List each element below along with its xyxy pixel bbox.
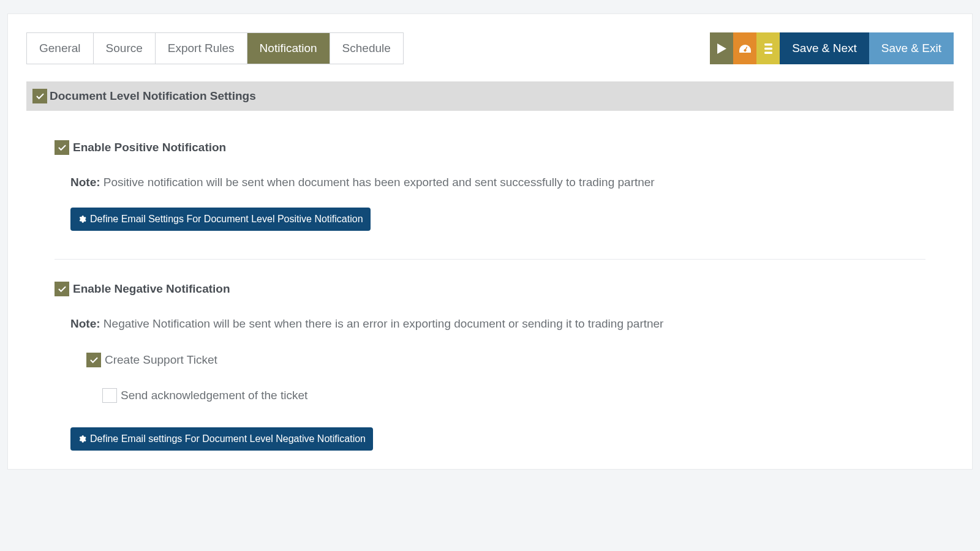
create-ticket-label: Create Support Ticket xyxy=(105,353,217,367)
send-ack-checkbox[interactable] xyxy=(102,388,117,403)
create-ticket-row: Create Support Ticket xyxy=(86,353,925,367)
note-prefix: Note: xyxy=(70,176,100,189)
svg-marker-0 xyxy=(717,43,726,54)
svg-rect-4 xyxy=(764,47,772,49)
send-ack-label: Send acknowledgement of the ticket xyxy=(121,389,307,402)
check-icon xyxy=(58,144,66,151)
positive-note-text: Positive notification will be sent when … xyxy=(100,176,655,189)
action-bar: Save & Next Save & Exit xyxy=(710,32,954,64)
create-ticket-checkbox[interactable] xyxy=(86,353,101,367)
negative-note-text: Negative Notification will be sent when … xyxy=(100,317,664,330)
tab-strip: General Source Export Rules Notification… xyxy=(26,32,404,64)
enable-positive-checkbox[interactable] xyxy=(55,140,69,155)
positive-note: Note: Positive notification will be sent… xyxy=(70,176,925,189)
check-icon xyxy=(90,357,98,364)
dashboard-button[interactable] xyxy=(733,32,756,64)
play-icon xyxy=(717,43,726,54)
define-positive-label: Define Email Settings For Document Level… xyxy=(90,214,363,225)
enable-negative-row: Enable Negative Notification xyxy=(55,282,925,296)
list-button[interactable] xyxy=(756,32,780,64)
tab-source[interactable]: Source xyxy=(94,33,156,64)
list-icon xyxy=(764,43,772,54)
tab-notification[interactable]: Notification xyxy=(247,33,330,64)
enable-positive-row: Enable Positive Notification xyxy=(55,140,925,155)
negative-note: Note: Negative Notification will be sent… xyxy=(70,317,925,331)
gear-icon xyxy=(78,435,86,443)
check-icon xyxy=(36,93,44,100)
svg-rect-3 xyxy=(764,43,772,45)
settings-panel: General Source Export Rules Notification… xyxy=(7,13,973,470)
tab-export-rules[interactable]: Export Rules xyxy=(156,33,247,64)
tab-schedule[interactable]: Schedule xyxy=(330,33,403,64)
note-prefix: Note: xyxy=(70,317,100,330)
section-header: Document Level Notification Settings xyxy=(26,81,954,111)
section-body: Enable Positive Notification Note: Posit… xyxy=(26,111,954,469)
gear-icon xyxy=(78,215,86,223)
check-icon xyxy=(58,286,66,293)
enable-negative-label: Enable Negative Notification xyxy=(73,282,230,296)
enable-negative-checkbox[interactable] xyxy=(55,282,69,296)
define-negative-label: Define Email settings For Document Level… xyxy=(90,433,366,444)
enable-positive-label: Enable Positive Notification xyxy=(73,141,226,154)
separator xyxy=(55,259,925,260)
section-checkbox[interactable] xyxy=(32,89,47,103)
svg-rect-5 xyxy=(764,51,772,53)
save-next-button[interactable]: Save & Next xyxy=(780,32,869,64)
send-ack-row: Send acknowledgement of the ticket xyxy=(102,388,925,403)
section-title: Document Level Notification Settings xyxy=(50,89,256,103)
define-negative-email-button[interactable]: Define Email settings For Document Level… xyxy=(70,427,373,451)
gauge-icon xyxy=(739,43,751,54)
tab-general[interactable]: General xyxy=(27,33,94,64)
save-exit-button[interactable]: Save & Exit xyxy=(869,32,954,64)
top-bar: General Source Export Rules Notification… xyxy=(26,32,954,64)
define-positive-email-button[interactable]: Define Email Settings For Document Level… xyxy=(70,208,371,231)
play-button[interactable] xyxy=(710,32,733,64)
